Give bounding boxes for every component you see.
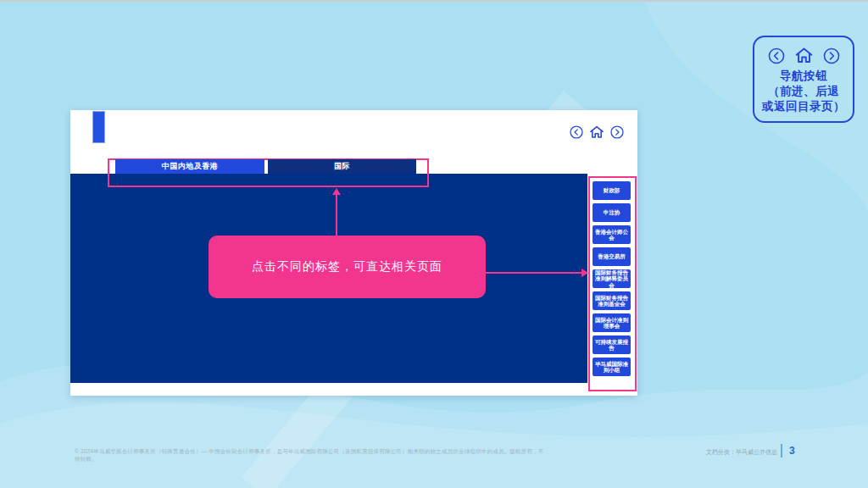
tab-international[interactable]: 国际 bbox=[268, 159, 416, 174]
nav-legend-line1: 导航按钮 bbox=[754, 69, 853, 84]
sidebar-button-kpmg-isg[interactable]: 毕马威国际准则小组 bbox=[593, 358, 631, 376]
nav-legend-text: 导航按钮 （前进、后退 或返回目录页） bbox=[754, 69, 853, 114]
sidebar-button-hkicpa[interactable]: 香港会计师公会 bbox=[593, 225, 631, 244]
page-number: 3 bbox=[789, 445, 795, 457]
nav-legend-line3: 或返回目录页） bbox=[754, 99, 853, 114]
copyright-text: © 2024毕马威华振会计师事务所（特殊普通合伙）— 中国合伙制会计师事务所，是… bbox=[75, 448, 549, 463]
callout-arrow-to-sidebar bbox=[486, 272, 582, 274]
chevron-right-circle-icon bbox=[822, 47, 841, 65]
document-classification: 文档分类：毕马威公开信息 bbox=[706, 448, 777, 457]
home-icon bbox=[793, 45, 815, 66]
nav-legend-line2: （前进、后退 bbox=[754, 84, 853, 99]
sidebar-button-ifrs-foundation[interactable]: 国际财务报告准则基金会 bbox=[593, 291, 631, 310]
slide-logo-bar bbox=[92, 111, 105, 143]
callout-arrow-to-tabs bbox=[336, 195, 337, 236]
sidebar-button-sustainability[interactable]: 可持续发展报告 bbox=[593, 336, 631, 354]
page-number-divider bbox=[781, 444, 782, 458]
slide-canvas: 中国内地及香港 国际 财政部 中注协 香港会计师公会 香港交易所 国际财务报告准… bbox=[70, 110, 637, 396]
window-top-edge bbox=[0, 0, 868, 2]
tab-mainland-china-hongkong[interactable]: 中国内地及香港 bbox=[115, 159, 264, 174]
chevron-left-circle-icon[interactable] bbox=[569, 125, 584, 140]
nav-legend-sticker: 导航按钮 （前进、后退 或返回目录页） bbox=[753, 36, 854, 123]
sidebar-button-ifric[interactable]: 国际财务报告准则解释委员会 bbox=[593, 269, 631, 288]
sidebar-button-cicpa[interactable]: 中注协 bbox=[593, 203, 631, 222]
page: 中国内地及香港 国际 财政部 中注协 香港会计师公会 香港交易所 国际财务报告准… bbox=[0, 0, 868, 488]
callout-arrow-to-sidebar-head bbox=[581, 269, 588, 277]
sidebar-button-iasb[interactable]: 国际会计准则理事会 bbox=[593, 313, 631, 332]
sidebar-button-column: 财政部 中注协 香港会计师公会 香港交易所 国际财务报告准则解释委员会 国际财务… bbox=[593, 181, 631, 376]
chevron-right-circle-icon[interactable] bbox=[609, 125, 625, 140]
slide-nav-buttons bbox=[569, 124, 625, 141]
nav-legend-icons bbox=[754, 45, 853, 66]
sidebar-button-mof[interactable]: 财政部 bbox=[593, 181, 631, 200]
chevron-left-circle-icon bbox=[767, 47, 786, 65]
callout-arrow-to-tabs-head bbox=[332, 188, 341, 195]
callout-bubble: 点击不同的标签，可直达相关页面 bbox=[209, 236, 486, 298]
home-icon[interactable] bbox=[588, 124, 605, 141]
sidebar-button-hkex[interactable]: 香港交易所 bbox=[593, 247, 631, 266]
